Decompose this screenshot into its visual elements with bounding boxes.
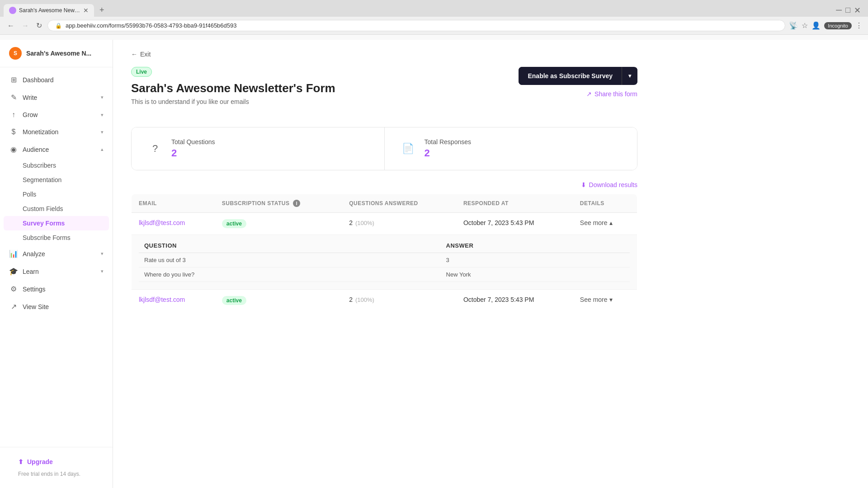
stats-row: ? Total Questions 2 📄 Total Responses 2	[131, 127, 637, 170]
chevron-down-icon: ▾	[101, 129, 104, 135]
dashboard-icon: ⊞	[9, 75, 18, 84]
more-options-icon[interactable]: ⋮	[855, 21, 863, 30]
learn-icon: 🎓	[9, 267, 18, 276]
sidebar-item-label: Write	[23, 94, 37, 101]
tab-title: Sarah's Awesome Newsletter's F...	[19, 7, 80, 14]
questions-pct: (100%)	[355, 296, 374, 303]
cell-questions-answered: 2 (100%)	[342, 290, 456, 312]
total-responses-card: 📄 Total Responses 2	[384, 127, 637, 170]
cell-email: lkjlsdf@test.com	[132, 213, 215, 235]
sidebar-item-audience[interactable]: ◉ Audience ▴	[0, 141, 113, 158]
sidebar-item-survey-forms[interactable]: Survey Forms	[4, 216, 109, 230]
email-link[interactable]: lkjlsdf@test.com	[139, 296, 185, 303]
total-responses-value: 2	[425, 147, 472, 159]
results-table: EMAIL SUBSCRIPTION STATUS i QUESTIONS AN…	[131, 194, 637, 312]
form-description: This is to understand if you like our em…	[131, 98, 519, 105]
sidebar-item-custom-fields[interactable]: Custom Fields	[0, 202, 113, 216]
cell-questions-answered: 2 (100%)	[342, 213, 456, 235]
exit-link[interactable]: ← Exit	[131, 51, 637, 58]
sidebar-item-segmentation[interactable]: Segmentation	[0, 173, 113, 187]
sidebar-item-monetization[interactable]: $ Monetization ▾	[0, 123, 113, 141]
total-questions-card: ? Total Questions 2	[132, 127, 384, 170]
new-tab-button[interactable]: +	[96, 4, 108, 17]
see-more-button[interactable]: See more ▾	[580, 296, 613, 303]
bookmark-icon[interactable]: ☆	[802, 21, 808, 30]
detail-row: Question Answer Rate us out of 3 3 Where…	[132, 235, 637, 290]
active-tab[interactable]: Sarah's Awesome Newsletter's F... ✕	[4, 4, 94, 17]
cell-details: See more ▾	[573, 290, 637, 312]
enable-survey-button[interactable]: Enable as Subscribe Survey ▾	[519, 67, 637, 85]
info-icon[interactable]: i	[293, 200, 300, 207]
subscribe-forms-label: Subscribe Forms	[23, 234, 71, 241]
detail-data-row: Rate us out of 3 3	[139, 253, 630, 267]
sidebar: S Sarah's Awesome N... ⊞ Dashboard ✎ Wri…	[0, 40, 113, 488]
chevron-down-icon[interactable]: ▾	[622, 67, 637, 84]
questions-icon: ?	[146, 140, 164, 158]
sidebar-item-subscribers[interactable]: Subscribers	[0, 158, 113, 173]
maximize-icon[interactable]: □	[845, 5, 850, 15]
polls-label: Polls	[23, 191, 36, 198]
chevron-down-icon: ▾	[101, 251, 104, 257]
audience-icon: ◉	[9, 145, 18, 154]
sidebar-item-analyze[interactable]: 📊 Analyze ▾	[0, 245, 113, 263]
chevron-up-icon: ▴	[101, 146, 104, 152]
sidebar-item-subscribe-forms[interactable]: Subscribe Forms	[0, 230, 113, 245]
see-more-button[interactable]: See more ▴	[580, 219, 613, 226]
detail-answer: New York	[441, 267, 630, 282]
enable-survey-label: Enable as Subscribe Survey	[519, 67, 622, 85]
form-title: Sarah's Awesome Newsletter's Form	[131, 81, 519, 95]
sidebar-item-label: Analyze	[23, 250, 45, 258]
cell-subscription-status: active	[215, 290, 342, 312]
sidebar-item-polls[interactable]: Polls	[0, 187, 113, 202]
detail-data-row: Where do you live? New York	[139, 267, 630, 282]
col-email: EMAIL	[132, 194, 215, 213]
sidebar-item-view-site[interactable]: ↗ View Site	[0, 298, 113, 315]
sidebar-item-write[interactable]: ✎ Write ▾	[0, 89, 113, 106]
share-form-link[interactable]: ↗ Share this form	[586, 90, 637, 98]
write-icon: ✎	[9, 93, 18, 102]
lock-icon: 🔒	[55, 23, 62, 29]
sidebar-item-settings[interactable]: ⚙ Settings	[0, 280, 113, 298]
close-window-icon[interactable]: ✕	[854, 5, 861, 15]
brand-name: Sarah's Awesome N...	[26, 50, 91, 57]
table-row: lkjlsdf@test.com active 2 (100%) October…	[132, 290, 637, 312]
settings-icon: ⚙	[9, 285, 18, 293]
custom-fields-label: Custom Fields	[23, 205, 63, 212]
cell-responded-at: October 7, 2023 5:43 PM	[456, 290, 573, 312]
detail-col-answer: Answer	[441, 239, 630, 253]
cell-responded-at: October 7, 2023 5:43 PM	[456, 213, 573, 235]
questions-pct: (100%)	[355, 220, 374, 226]
download-icon: ⬇	[581, 181, 586, 188]
forward-button[interactable]: →	[20, 20, 31, 32]
back-button[interactable]: ←	[5, 20, 16, 32]
main-content: ← Exit Live Sarah's Awesome Newsletter's…	[113, 40, 868, 488]
cast-icon[interactable]: 📡	[789, 21, 798, 30]
col-responded-at: RESPONDED AT	[456, 194, 573, 213]
sidebar-item-grow[interactable]: ↑ Grow ▾	[0, 106, 113, 123]
see-more-label: See more	[580, 219, 608, 226]
sidebar-item-dashboard[interactable]: ⊞ Dashboard	[0, 71, 113, 89]
back-arrow-icon: ←	[131, 51, 137, 58]
download-results-button[interactable]: ⬇ Download results	[581, 181, 637, 188]
tab-close-icon[interactable]: ✕	[83, 7, 89, 14]
status-badge: Live	[131, 67, 152, 77]
total-questions-label: Total Questions	[171, 138, 215, 145]
sidebar-item-label: Settings	[23, 286, 46, 293]
chevron-down-icon: ▾	[101, 94, 104, 100]
analyze-icon: 📊	[9, 249, 18, 258]
minimize-icon[interactable]: ─	[836, 5, 842, 15]
sidebar-item-label: Learn	[23, 268, 39, 275]
detail-col-question: Question	[139, 239, 441, 253]
upgrade-button[interactable]: ⬆ Upgrade	[9, 455, 104, 469]
sidebar-item-learn[interactable]: 🎓 Learn ▾	[0, 263, 113, 280]
profile-icon[interactable]: 👤	[811, 21, 821, 30]
col-details: DETAILS	[573, 194, 637, 213]
url-input[interactable]	[66, 22, 778, 29]
address-bar[interactable]: 🔒	[47, 20, 785, 31]
email-link[interactable]: lkjlsdf@test.com	[139, 219, 185, 226]
status-active-badge: active	[222, 296, 246, 305]
reload-button[interactable]: ↻	[34, 19, 44, 32]
external-link-icon: ↗	[9, 302, 18, 311]
chevron-down-icon: ▾	[101, 268, 104, 274]
total-responses-label: Total Responses	[425, 138, 472, 145]
